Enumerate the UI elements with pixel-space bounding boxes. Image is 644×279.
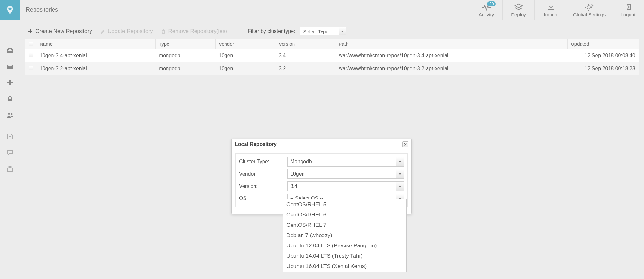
create-repository-button[interactable]: Create New Repository: [28, 28, 92, 34]
activity-label: Activity: [479, 12, 494, 17]
os-option[interactable]: CentOS/RHEL 5: [283, 199, 406, 210]
row-checkbox[interactable]: [29, 53, 33, 57]
remove-label: Remove Repository(ies): [168, 28, 227, 34]
os-dropdown-list: CentOS/RHEL 5 CentOS/RHEL 6 CentOS/RHEL …: [283, 199, 407, 272]
svg-rect-7: [8, 99, 12, 101]
sidebar-item-mail[interactable]: [0, 59, 20, 75]
remove-repository-button[interactable]: Remove Repository(ies): [161, 28, 227, 34]
svg-point-12: [11, 152, 12, 152]
chevron-down-icon: [396, 169, 404, 178]
cell-updated: 12 Sep 2018 00:18:23: [568, 66, 639, 72]
vendor-select[interactable]: 10gen: [287, 169, 404, 179]
sidebar-item-dashboard[interactable]: [0, 43, 20, 59]
pencil-icon: [100, 29, 105, 34]
row-checkbox[interactable]: [29, 66, 33, 70]
create-label: Create New Repository: [35, 28, 92, 34]
cell-version: 3.2: [275, 66, 335, 72]
svg-point-4: [8, 36, 9, 36]
deploy-button[interactable]: Deploy: [502, 0, 534, 20]
sidebar-item-security[interactable]: [0, 91, 20, 107]
version-value: 3.4: [288, 183, 396, 189]
breadcrumb: Repositories: [20, 0, 58, 20]
svg-point-9: [11, 113, 13, 115]
chevron-down-icon: [396, 182, 404, 191]
os-option[interactable]: Ubuntu 12.04 LTS (Precise Pangolin): [283, 241, 406, 251]
os-option[interactable]: Debian 7 (wheezy): [283, 230, 406, 241]
logout-icon: [623, 3, 633, 11]
os-label: OS:: [239, 196, 287, 201]
cluster-type-select[interactable]: Mongodb: [287, 157, 404, 167]
import-button[interactable]: Import: [534, 0, 567, 20]
version-label: Version:: [239, 183, 287, 189]
chevron-down-icon: [339, 27, 346, 35]
chevron-down-icon: [396, 157, 404, 166]
sidebar-item-gift[interactable]: [0, 161, 20, 177]
cluster-type-value: Mongodb: [288, 159, 396, 165]
filter-cluster-type-select[interactable]: Select Type: [300, 27, 346, 35]
os-option[interactable]: Ubuntu 14.04 LTS (Trusty Tahr): [283, 251, 406, 261]
table-row[interactable]: 10gen-3.2-apt-xenial mongodb 10gen 3.2 /…: [25, 62, 639, 75]
settings-label: Global Settings: [573, 12, 606, 17]
col-header-type[interactable]: Type: [156, 39, 216, 49]
stack-icon: [514, 3, 524, 11]
svg-point-3: [8, 33, 9, 33]
cluster-type-label: Cluster Type:: [239, 159, 287, 165]
cell-type: mongodb: [156, 66, 216, 72]
vendor-value: 10gen: [288, 171, 396, 177]
cell-path: /var/www/html/cmon-repos/10gen-3.2-apt-x…: [335, 66, 568, 72]
filter-label: Filter by cluster type:: [248, 28, 295, 34]
svg-point-10: [9, 152, 9, 152]
svg-point-8: [8, 113, 10, 115]
col-header-path[interactable]: Path: [335, 39, 568, 49]
filter-value: Select Type: [300, 29, 339, 34]
repositories-table: Name Type Vendor Version Path Updated 10…: [25, 39, 639, 75]
global-settings-button[interactable]: Global Settings: [567, 0, 612, 20]
update-label: Update Repository: [108, 28, 153, 34]
sidebar-item-docs[interactable]: [0, 129, 20, 145]
update-repository-button[interactable]: Update Repository: [100, 28, 153, 34]
activity-badge: 20: [487, 1, 496, 6]
sidebar-item-chat[interactable]: [0, 145, 20, 161]
cell-name: 10gen-3.4-apt-xenial: [36, 53, 156, 59]
table-header: Name Type Vendor Version Path Updated: [25, 39, 639, 49]
version-select[interactable]: 3.4: [287, 181, 404, 191]
vendor-label: Vendor:: [239, 171, 287, 177]
logout-button[interactable]: Logout: [612, 0, 644, 20]
sidebar-item-servers[interactable]: [0, 26, 20, 43]
top-bar: Repositories 20 Activity Deploy Import G…: [0, 0, 644, 20]
plus-icon: [28, 29, 33, 34]
gear-wrench-icon: [585, 3, 594, 11]
import-label: Import: [544, 12, 558, 17]
col-header-updated[interactable]: Updated: [568, 39, 639, 49]
sidebar-item-integrations[interactable]: [0, 75, 20, 91]
activity-button[interactable]: 20 Activity: [470, 0, 502, 20]
logout-label: Logout: [621, 12, 636, 17]
import-icon: [546, 3, 556, 11]
svg-point-0: [587, 6, 590, 9]
svg-point-11: [10, 152, 11, 152]
svg-rect-5: [7, 51, 13, 53]
col-header-name[interactable]: Name: [36, 39, 156, 49]
table-row[interactable]: 10gen-3.4-apt-xenial mongodb 10gen 3.4 /…: [25, 49, 639, 62]
close-button[interactable]: [402, 141, 408, 147]
cell-version: 3.4: [275, 53, 335, 59]
select-all-checkbox[interactable]: [29, 42, 33, 46]
os-option[interactable]: CentOS/RHEL 6: [283, 210, 406, 220]
left-sidebar: [0, 20, 20, 279]
toolbar: Create New Repository Update Repository …: [25, 24, 639, 39]
app-logo[interactable]: [0, 0, 20, 20]
breadcrumb-text: Repositories: [26, 6, 58, 13]
cell-vendor: 10gen: [216, 53, 275, 59]
cell-type: mongodb: [156, 53, 216, 59]
os-option[interactable]: CentOS/RHEL 7: [283, 220, 406, 230]
trash-icon: [161, 29, 166, 34]
cell-updated: 12 Sep 2018 00:08:40: [568, 53, 639, 59]
os-option[interactable]: Ubuntu 16.04 LTS (Xenial Xerus): [283, 261, 406, 272]
dialog-header: Local Repository: [232, 139, 411, 150]
col-header-version[interactable]: Version: [275, 39, 335, 49]
dialog-title: Local Repository: [235, 141, 277, 147]
svg-rect-1: [7, 32, 13, 34]
sidebar-item-users[interactable]: [0, 107, 20, 123]
cell-vendor: 10gen: [216, 66, 275, 72]
col-header-vendor[interactable]: Vendor: [216, 39, 275, 49]
